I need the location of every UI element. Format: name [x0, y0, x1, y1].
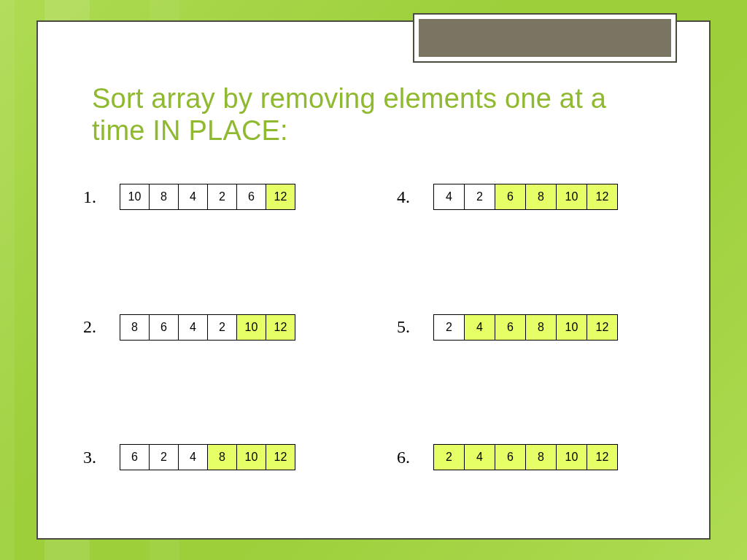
array-cell: 8: [525, 184, 557, 210]
step-number: 1.: [83, 187, 107, 207]
array-cell: 6: [149, 314, 179, 341]
array-cell: 6: [495, 444, 526, 470]
array-cell: 8: [207, 444, 237, 470]
array-cell: 6: [495, 184, 526, 210]
array-cell: 4: [178, 314, 208, 341]
array-row: 4 2 6 8 10 12: [433, 184, 618, 210]
array-cell: 8: [525, 444, 557, 470]
array-cell: 12: [266, 314, 295, 341]
step-number: 5.: [397, 317, 420, 337]
array-cell: 10: [556, 444, 587, 470]
content-panel: Sort array by removing elements one at a…: [36, 20, 711, 540]
step-number: 3.: [83, 448, 107, 467]
array-cell: 6: [120, 444, 150, 470]
array-cell: 2: [433, 314, 465, 341]
array-cell: 2: [149, 444, 179, 470]
array-cell: 2: [464, 184, 495, 210]
step-2: 2. 8 6 4 2 10 12: [83, 314, 353, 341]
array-row: 10 8 4 2 6 12: [120, 184, 295, 210]
array-cell: 10: [556, 314, 587, 341]
array-cell: 10: [556, 184, 587, 210]
array-cell: 12: [587, 184, 618, 210]
array-cell: 12: [587, 314, 618, 341]
array-cell: 2: [207, 314, 237, 341]
slide-background: Sort array by removing elements one at a…: [0, 0, 747, 560]
step-4: 4. 4 2 6 8 10 12: [397, 184, 667, 210]
array-cell: 10: [236, 314, 266, 341]
array-cell: 4: [464, 444, 495, 470]
array-cell: 10: [236, 444, 266, 470]
array-cell: 10: [120, 184, 150, 210]
array-cell: 12: [266, 444, 295, 470]
array-cell: 4: [178, 444, 208, 470]
step-3: 3. 6 2 4 8 10 12: [83, 444, 353, 470]
array-row: 6 2 4 8 10 12: [120, 444, 295, 470]
step-5: 5. 2 4 6 8 10 12: [397, 314, 667, 341]
steps-grid: 1. 10 8 4 2 6 12 2. 8 6 4 2 10: [83, 184, 667, 505]
array-cell: 4: [433, 184, 465, 210]
step-1: 1. 10 8 4 2 6 12: [83, 184, 353, 210]
array-cell: 6: [495, 314, 526, 341]
array-cell: 12: [587, 444, 618, 470]
array-row: 8 6 4 2 10 12: [120, 314, 295, 341]
array-cell: 12: [266, 184, 295, 210]
step-number: 4.: [397, 187, 420, 207]
slide-title: Sort array by removing elements one at a…: [92, 83, 646, 147]
array-cell: 6: [236, 184, 266, 210]
array-cell: 8: [149, 184, 179, 210]
array-cell: 2: [433, 444, 465, 470]
array-cell: 8: [120, 314, 150, 341]
step-number: 2.: [83, 317, 107, 337]
array-cell: 4: [464, 314, 495, 341]
decorative-tab: [414, 15, 676, 61]
array-cell: 4: [178, 184, 208, 210]
array-row: 2 4 6 8 10 12: [433, 444, 618, 470]
step-number: 6.: [397, 448, 420, 467]
array-cell: 2: [207, 184, 237, 210]
array-row: 2 4 6 8 10 12: [433, 314, 618, 341]
array-cell: 8: [525, 314, 557, 341]
step-6: 6. 2 4 6 8 10 12: [397, 444, 667, 470]
